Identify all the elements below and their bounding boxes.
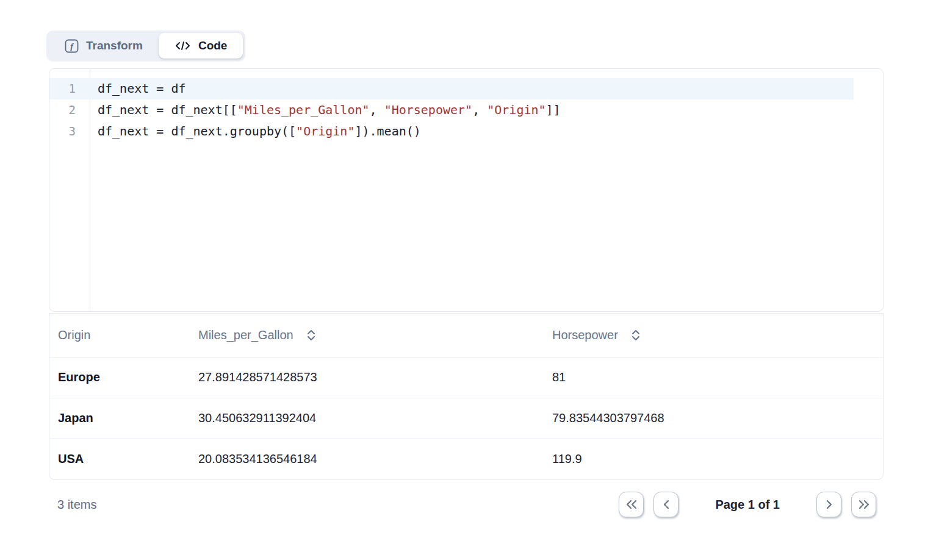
function-icon: f (65, 39, 79, 53)
sort-chevrons-icon[interactable] (306, 329, 316, 342)
row-label-cell: USA (49, 439, 190, 479)
first-page-button[interactable] (619, 492, 644, 517)
tab-code-label: Code (198, 39, 228, 52)
value-cell: 81 (544, 357, 883, 398)
code-line[interactable]: 2df_next = df_next[["Miles_per_Gallon", … (49, 99, 883, 121)
svg-text:f: f (70, 41, 74, 51)
next-page-button[interactable] (816, 492, 841, 517)
last-page-button[interactable] (851, 492, 876, 517)
table-footer: 3 items Page 1 of 1 (49, 484, 884, 525)
page-indicator: Page 1 of 1 (715, 498, 780, 512)
column-header-label: Miles_per_Gallon (198, 328, 293, 342)
view-tabbar: f Transform Code (46, 31, 245, 61)
table-row: Japan30.45063291139240479.83544303797468 (49, 398, 883, 439)
table-header-row: OriginMiles_per_Gallon Horsepower (49, 314, 883, 357)
chevron-left-icon (661, 499, 671, 510)
table-row: USA20.083534136546184119.9 (49, 439, 883, 479)
value-cell: 79.83544303797468 (544, 398, 883, 439)
code-text: df_next = df_next.groupby(["Origin"]).me… (90, 121, 421, 142)
code-brackets-icon (175, 40, 191, 52)
row-label-cell: Japan (49, 398, 190, 439)
line-number: 2 (49, 99, 90, 121)
column-header: Origin (49, 314, 190, 357)
code-text: df_next = df_next[["Miles_per_Gallon", "… (90, 99, 561, 121)
table-row: Europe27.89142857142857381 (49, 357, 883, 398)
value-cell: 119.9 (544, 439, 883, 479)
value-cell: 20.083534136546184 (190, 439, 544, 479)
double-chevron-right-icon (857, 499, 871, 510)
pagination: Page 1 of 1 (619, 492, 876, 517)
value-cell: 30.450632911392404 (190, 398, 544, 439)
column-header[interactable]: Horsepower (544, 314, 883, 357)
sort-chevrons-icon[interactable] (631, 329, 641, 342)
column-header-label: Horsepower (552, 328, 618, 342)
code-editor[interactable]: 1df_next = df2df_next = df_next[["Miles_… (49, 68, 884, 312)
code-line[interactable]: 1df_next = df (49, 78, 883, 99)
column-header-label: Origin (58, 328, 90, 342)
result-table: OriginMiles_per_Gallon Horsepower Europe… (49, 313, 884, 480)
chevron-right-icon (824, 499, 834, 510)
double-chevron-left-icon (625, 499, 638, 510)
tab-transform-label: Transform (86, 39, 143, 52)
row-label-cell: Europe (49, 357, 190, 398)
code-line[interactable]: 3df_next = df_next.groupby(["Origin"]).m… (49, 121, 883, 142)
prev-page-button[interactable] (653, 492, 678, 517)
tab-code[interactable]: Code (159, 33, 243, 59)
line-number: 1 (49, 78, 90, 99)
code-text: df_next = df (90, 78, 186, 99)
items-count: 3 items (57, 498, 96, 512)
line-number: 3 (49, 121, 90, 142)
value-cell: 27.891428571428573 (190, 357, 544, 398)
code-lines: 1df_next = df2df_next = df_next[["Miles_… (49, 69, 883, 142)
tab-transform[interactable]: f Transform (49, 33, 159, 59)
column-header[interactable]: Miles_per_Gallon (190, 314, 544, 357)
